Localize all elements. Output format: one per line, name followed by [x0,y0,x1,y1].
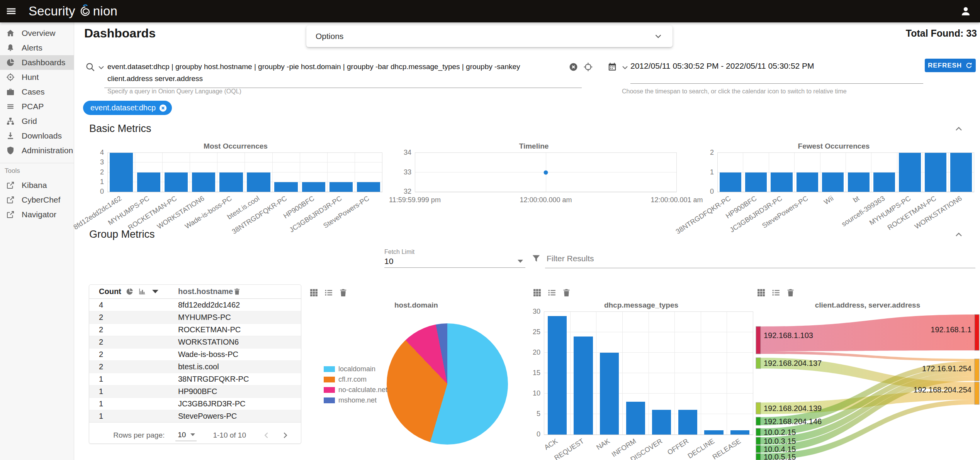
timespan-input[interactable]: 2012/05/11 05:30:52 PM - 2022/05/11 05:3… [630,60,923,84]
refresh-button[interactable]: REFRESH [925,59,976,72]
calendar-icon[interactable] [607,62,617,72]
sidebar-item-overview[interactable]: Overview [0,26,74,41]
bar[interactable] [192,172,215,192]
bar[interactable] [704,430,723,435]
timespan-chevron-icon[interactable] [620,63,630,72]
collapse-basic-icon[interactable] [953,123,964,134]
delete-chart-icon[interactable] [786,288,795,298]
table-row[interactable]: 1 StevePowers-PC [89,410,301,422]
user-icon[interactable] [960,5,972,17]
sidebar-item-hunt[interactable]: Hunt [0,70,74,85]
fetch-limit-select[interactable]: Fetch Limit 10 [384,249,525,268]
bar-toggle-icon[interactable] [138,288,146,296]
sidebar-item-navigator[interactable]: Navigator [0,207,74,222]
sidebar-item-kibana[interactable]: Kibana [0,178,74,193]
sankey-node[interactable] [756,437,761,445]
bar[interactable] [771,172,792,192]
bar[interactable] [652,410,671,435]
pie-chart[interactable] [387,323,508,445]
options-dropdown[interactable]: Options [306,25,673,47]
legend-item[interactable]: localdomain [324,364,387,374]
collapse-group-icon[interactable] [953,229,964,240]
table-row[interactable]: 4 8fd12edd2dc1462 [89,299,301,311]
bar[interactable] [720,172,741,192]
sankey-node[interactable] [975,315,979,350]
delete-chart-icon[interactable] [338,288,348,298]
bar[interactable] [899,153,921,192]
bar[interactable] [165,172,188,192]
bar[interactable] [137,172,160,192]
bar[interactable] [247,172,270,192]
list-view-icon[interactable] [771,288,781,298]
pie-toggle-icon[interactable] [126,288,134,296]
sankey-node[interactable] [756,326,761,354]
bar[interactable] [950,153,972,192]
bar[interactable] [730,430,749,435]
chart-dhcp-message-types[interactable]: dhcp.message_types051015202530ACKREQUEST… [529,301,753,458]
sort-caret-icon[interactable] [152,290,158,293]
bar[interactable] [745,172,767,192]
crosshair-icon[interactable] [583,62,593,72]
delete-chart-icon[interactable] [562,288,571,298]
legend-item[interactable]: no-calculate.net [324,385,387,395]
rows-per-page-select[interactable]: 10 [175,430,197,441]
table-view-icon[interactable] [756,288,766,298]
filter-results-input[interactable]: Filter Results [545,252,975,268]
table-row[interactable]: 1 JC3GB6JRD3R-PC [89,397,301,410]
sankey-node[interactable] [975,382,979,404]
sankey-node[interactable] [756,358,761,369]
remove-filter-icon[interactable] [159,104,167,112]
bar[interactable] [574,337,593,435]
bar[interactable] [110,153,133,192]
sidebar-item-dashboards[interactable]: Dashboards [0,55,74,70]
bar[interactable] [219,172,243,192]
filter-chip[interactable]: event.dataset:dhcp [83,101,172,115]
next-page-icon[interactable] [280,430,290,440]
table-row[interactable]: 2 MYHUMPS-PC [89,311,301,323]
bar[interactable] [302,182,325,192]
sankey-node[interactable] [756,402,761,414]
table-row[interactable]: 1 HP900BFC [89,385,301,397]
bar[interactable] [329,182,353,192]
clear-query-icon[interactable] [569,62,578,72]
sidebar-item-alerts[interactable]: Alerts [0,41,74,55]
legend-item[interactable]: cfl.rr.com [324,374,387,385]
sidebar-item-downloads[interactable]: Downloads [0,129,74,143]
bar[interactable] [822,172,844,192]
remove-column-icon[interactable] [233,288,241,296]
sidebar-item-cases[interactable]: Cases [0,85,74,99]
sidebar-item-grid[interactable]: Grid [0,114,74,129]
bar[interactable] [626,402,645,435]
bar[interactable] [274,182,297,192]
menu-icon[interactable] [5,5,17,17]
chart-fewest-occurrences[interactable]: Fewest Occurrences01238NTRGDFQKR-PCHP900… [693,142,974,215]
sankey-node[interactable] [756,417,761,425]
bar[interactable] [548,316,567,435]
sankey-node[interactable] [756,428,761,436]
bar[interactable] [925,153,946,192]
sankey-node[interactable] [756,453,761,460]
bar[interactable] [797,172,818,192]
bar[interactable] [678,410,697,435]
sidebar-item-administration[interactable]: Administration [0,143,74,158]
bar[interactable] [600,353,619,435]
table-row[interactable]: 2 Wade-is-boss-PC [89,348,301,360]
query-input[interactable]: event.dataset:dhcp | groupby host.hostna… [104,60,582,88]
table-row[interactable]: 2 WORKSTATION6 [89,336,301,348]
list-view-icon[interactable] [324,288,333,298]
sankey-chart[interactable]: 192.168.1.103192.168.204.137192.168.204.… [755,313,980,460]
table-row[interactable]: 1 38NTRGDFQKR-PC [89,373,301,385]
sankey-node[interactable] [975,359,979,381]
bar[interactable] [357,182,380,192]
table-view-icon[interactable] [309,288,319,298]
table-view-icon[interactable] [532,288,542,298]
legend-item[interactable]: mshome.net [324,395,387,406]
list-view-icon[interactable] [547,288,557,298]
chart-timeline[interactable]: Timeline323334 11:59:59.999 pm12:00:00.0… [391,142,677,208]
sidebar-item-cyberchef[interactable]: CyberChef [0,193,74,207]
chart-most-occurrences[interactable]: Most Occurrences012348fd12edd2dc1462MYHU… [89,142,382,215]
sidebar-item-pcap[interactable]: PCAP [0,99,74,114]
bar[interactable] [873,172,895,192]
table-row[interactable]: 2 btest.is.cool [89,360,301,373]
data-point[interactable] [544,170,548,174]
